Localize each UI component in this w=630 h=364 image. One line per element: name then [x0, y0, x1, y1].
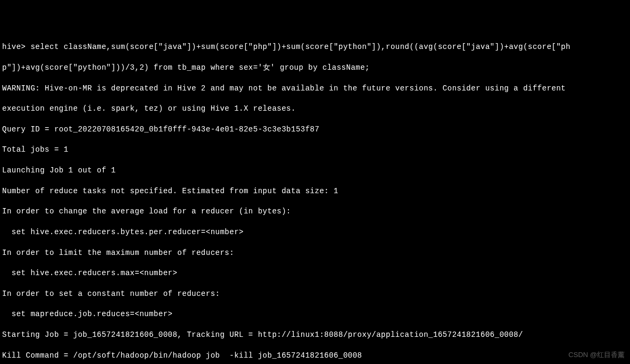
warning-line1: WARNING: Hive-on-MR is deprecated in Hiv…	[2, 84, 628, 94]
set-constant-reducers: In order to set a constant number of red…	[2, 289, 628, 299]
set-job-reduces: set mapreduce.job.reduces=<number>	[2, 309, 628, 319]
query-id: Query ID = root_20220708165420_0b1f0fff-…	[2, 125, 628, 135]
change-avg-load: In order to change the average load for …	[2, 206, 628, 217]
starting-job: Starting Job = job_1657241821606_0008, T…	[2, 330, 628, 340]
limit-max-reducers: In order to limit the maximum number of …	[2, 248, 628, 258]
set-bytes-per-reducer: set hive.exec.reducers.bytes.per.reducer…	[2, 227, 628, 237]
total-jobs: Total jobs = 1	[2, 145, 628, 155]
watermark: CSDN @红目香薰	[568, 350, 625, 360]
hive-prompt-line1: hive> select className,sum(score["java"]…	[2, 42, 628, 52]
hive-prompt-line2: p"])+avg(score["python"]))/3,2) from tb_…	[2, 63, 628, 73]
reduce-tasks: Number of reduce tasks not specified. Es…	[2, 186, 628, 196]
set-reducers-max: set hive.exec.reducers.max=<number>	[2, 268, 628, 278]
launching-job: Launching Job 1 out of 1	[2, 166, 628, 176]
warning-line2: execution engine (i.e. spark, tez) or us…	[2, 104, 628, 114]
kill-command: Kill Command = /opt/soft/hadoop/bin/hado…	[2, 351, 628, 361]
